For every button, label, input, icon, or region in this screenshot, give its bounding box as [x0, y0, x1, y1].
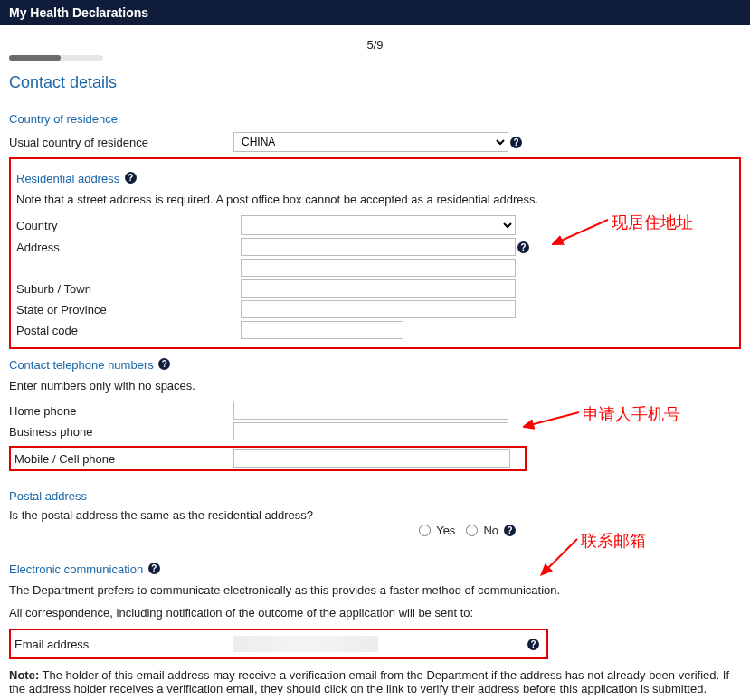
postal-label: Postal code	[16, 324, 241, 337]
mobile-phone-input[interactable]	[233, 449, 510, 468]
suburb-input[interactable]	[241, 279, 516, 298]
postal-address-heading: Postal address	[9, 489, 87, 503]
electronic-line2: All correspondence, including notificati…	[9, 606, 741, 620]
country-label: Country	[16, 219, 241, 232]
telephone-section: Contact telephone numbers ? Enter number…	[9, 349, 741, 440]
home-phone-label: Home phone	[9, 404, 233, 418]
email-note-body: The holder of this email address may rec…	[9, 668, 729, 695]
business-phone-input[interactable]	[233, 422, 508, 440]
residential-address-box: Residential address ? Note that a street…	[9, 157, 741, 349]
residential-address-heading: Residential address	[16, 172, 119, 185]
progress-fill	[9, 55, 61, 61]
help-icon[interactable]: ?	[517, 241, 529, 253]
mobile-phone-label: Mobile / Cell phone	[14, 452, 233, 466]
usual-country-select[interactable]: CHINA	[233, 132, 508, 152]
postal-address-section: Postal address Is the postal address the…	[9, 480, 741, 537]
electronic-section: Electronic communication ? The Departmen…	[9, 553, 741, 620]
email-note-label: Note:	[9, 668, 39, 682]
app-title: My Health Declarations	[9, 5, 148, 20]
email-box: Email address ?	[9, 629, 548, 659]
suburb-label: Suburb / Town	[16, 282, 241, 296]
postal-radio-row: Yes No ?	[9, 524, 516, 537]
help-icon[interactable]: ?	[148, 563, 160, 574]
help-icon[interactable]: ?	[125, 172, 137, 184]
country-of-residence-section: Country of residence Usual country of re…	[9, 103, 741, 152]
help-icon[interactable]: ?	[158, 358, 170, 370]
mobile-phone-box: Mobile / Cell phone	[9, 446, 527, 471]
postal-no-label: No	[483, 524, 498, 537]
help-icon[interactable]: ?	[510, 137, 522, 148]
help-icon[interactable]: ?	[527, 639, 539, 650]
address-input-1[interactable]	[241, 238, 516, 256]
country-of-residence-heading: Country of residence	[9, 112, 118, 126]
help-icon[interactable]: ?	[504, 525, 516, 536]
home-phone-input[interactable]	[233, 402, 508, 420]
postal-yes-radio[interactable]	[419, 525, 431, 536]
electronic-line1: The Department prefers to communicate el…	[9, 583, 741, 597]
email-label: Email address	[14, 638, 233, 651]
electronic-heading: Electronic communication	[9, 563, 143, 576]
state-label: State or Province	[16, 303, 241, 317]
step-indicator: 5/9	[9, 33, 741, 55]
title-bar: My Health Declarations	[0, 0, 750, 25]
postal-no-radio[interactable]	[466, 525, 478, 536]
business-phone-label: Business phone	[9, 425, 233, 439]
postal-input[interactable]	[241, 321, 403, 339]
progress-bar	[9, 55, 103, 61]
contact-details-heading: Contact details	[9, 73, 741, 92]
usual-country-label: Usual country of residence	[9, 136, 233, 149]
postal-yes-label: Yes	[436, 524, 455, 537]
email-redacted	[233, 636, 378, 652]
usual-country-row: Usual country of residence CHINA ?	[9, 132, 741, 152]
telephone-note: Enter numbers only with no spaces.	[9, 379, 741, 393]
address-input-2[interactable]	[241, 259, 516, 277]
address-label: Address	[16, 241, 241, 254]
country-select[interactable]	[241, 215, 516, 235]
telephone-heading: Contact telephone numbers	[9, 358, 154, 372]
page-body: 5/9 Contact details Country of residence…	[0, 25, 750, 700]
residential-address-note: Note that a street address is required. …	[16, 193, 734, 206]
email-note: Note: The holder of this email address m…	[9, 668, 741, 695]
state-input[interactable]	[241, 300, 516, 318]
postal-address-question: Is the postal address the same as the re…	[9, 508, 741, 522]
